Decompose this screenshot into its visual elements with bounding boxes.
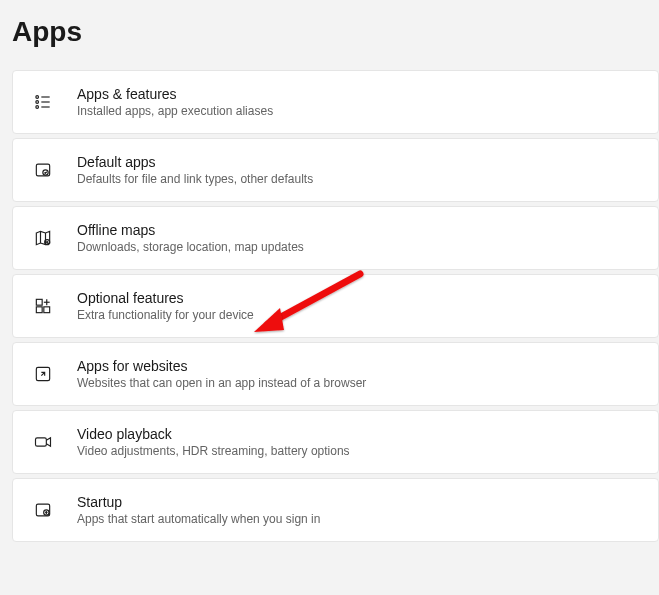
item-title: Default apps bbox=[77, 154, 313, 170]
page-title: Apps bbox=[0, 0, 659, 70]
item-desc: Defaults for file and link types, other … bbox=[77, 172, 313, 186]
item-desc: Apps that start automatically when you s… bbox=[77, 512, 320, 526]
default-apps-item[interactable]: Default apps Defaults for file and link … bbox=[12, 138, 659, 202]
item-title: Offline maps bbox=[77, 222, 304, 238]
apps-list: Apps & features Installed apps, app exec… bbox=[0, 70, 659, 542]
apps-features-icon bbox=[31, 90, 55, 114]
optional-features-icon bbox=[31, 294, 55, 318]
svg-point-2 bbox=[36, 101, 39, 104]
item-title: Optional features bbox=[77, 290, 254, 306]
apps-for-websites-item[interactable]: Apps for websites Websites that can open… bbox=[12, 342, 659, 406]
item-desc: Websites that can open in an app instead… bbox=[77, 376, 366, 390]
item-title: Apps for websites bbox=[77, 358, 366, 374]
item-desc: Installed apps, app execution aliases bbox=[77, 104, 273, 118]
svg-point-4 bbox=[36, 106, 39, 109]
apps-and-features-item[interactable]: Apps & features Installed apps, app exec… bbox=[12, 70, 659, 134]
optional-features-item[interactable]: Optional features Extra functionality fo… bbox=[12, 274, 659, 338]
svg-rect-11 bbox=[36, 299, 42, 305]
item-desc: Extra functionality for your device bbox=[77, 308, 254, 322]
video-playback-icon bbox=[31, 430, 55, 454]
startup-item[interactable]: Startup Apps that start automatically wh… bbox=[12, 478, 659, 542]
svg-rect-12 bbox=[36, 307, 42, 313]
offline-maps-icon bbox=[31, 226, 55, 250]
item-desc: Downloads, storage location, map updates bbox=[77, 240, 304, 254]
startup-icon bbox=[31, 498, 55, 522]
offline-maps-item[interactable]: Offline maps Downloads, storage location… bbox=[12, 206, 659, 270]
video-playback-item[interactable]: Video playback Video adjustments, HDR st… bbox=[12, 410, 659, 474]
item-desc: Video adjustments, HDR streaming, batter… bbox=[77, 444, 350, 458]
apps-for-websites-icon bbox=[31, 362, 55, 386]
item-title: Startup bbox=[77, 494, 320, 510]
default-apps-icon bbox=[31, 158, 55, 182]
svg-rect-13 bbox=[44, 307, 50, 313]
svg-point-0 bbox=[36, 96, 39, 99]
item-title: Apps & features bbox=[77, 86, 273, 102]
svg-rect-17 bbox=[36, 438, 47, 446]
item-title: Video playback bbox=[77, 426, 350, 442]
